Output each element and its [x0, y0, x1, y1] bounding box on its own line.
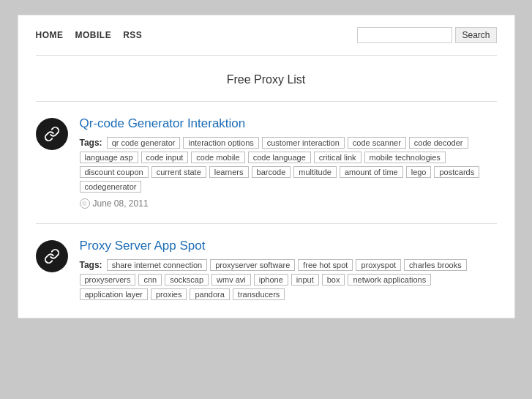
tag[interactable]: application layer [80, 288, 149, 300]
header: HOME MOBILE RSS Search [18, 15, 514, 55]
post-date-1: © June 08, 2011 [80, 198, 497, 209]
post-title-2[interactable]: Proxy Server App Spot [80, 239, 497, 253]
tag[interactable]: cnn [138, 274, 162, 286]
tag[interactable]: customer interaction [262, 137, 345, 149]
tag[interactable]: free hot spot [298, 259, 353, 271]
post-item-2: Proxy Server App Spot Tags: share intern… [36, 224, 497, 318]
tag[interactable]: share internet connection [107, 259, 208, 271]
tag[interactable]: code mobile [191, 152, 244, 163]
tags-line-1: Tags: qr code generator interaction opti… [80, 137, 497, 193]
nav-home[interactable]: HOME [36, 30, 64, 40]
tag[interactable]: box [322, 274, 345, 286]
tag[interactable]: qr code generator [107, 137, 181, 149]
post-body-1: Qr-code Generator Interaktion Tags: qr c… [80, 116, 497, 209]
post-body-2: Proxy Server App Spot Tags: share intern… [80, 239, 497, 303]
tag[interactable]: mobile technologies [364, 152, 446, 163]
tag[interactable]: network applications [348, 274, 431, 286]
search-input[interactable] [357, 27, 452, 43]
tag[interactable]: language asp [80, 152, 138, 163]
tag[interactable]: wmv avi [211, 274, 251, 286]
post-title-1[interactable]: Qr-code Generator Interaktion [80, 116, 497, 131]
tag[interactable]: codegenerator [80, 181, 142, 193]
tag[interactable]: code scanner [348, 137, 406, 149]
tag[interactable]: proxyspot [356, 259, 401, 271]
tag[interactable]: current state [151, 166, 206, 178]
tag[interactable]: pandora [190, 288, 229, 300]
tags-label-2: Tags: [80, 260, 102, 270]
content: Qr-code Generator Interaktion Tags: qr c… [18, 101, 514, 318]
tag[interactable]: proxies [151, 288, 187, 300]
tag[interactable]: multitude [293, 166, 337, 178]
tag[interactable]: postcards [434, 166, 479, 178]
date-icon-1: © [80, 198, 90, 209]
tag[interactable]: code input [141, 152, 189, 163]
tag[interactable]: input [291, 274, 319, 286]
site-title: Free Proxy List [18, 56, 514, 101]
search-button[interactable]: Search [455, 27, 496, 43]
tag[interactable]: code language [248, 152, 311, 163]
tag[interactable]: code decoder [409, 137, 468, 149]
search-form: Search [357, 27, 496, 43]
tag[interactable]: discount coupon [80, 166, 149, 178]
nav-rss[interactable]: RSS [123, 30, 142, 40]
tag[interactable]: charles brooks [404, 259, 467, 271]
tag[interactable]: proxyservers [80, 274, 136, 286]
tag[interactable]: learners [209, 166, 249, 178]
page-wrapper: HOME MOBILE RSS Search Free Proxy List Q… [18, 15, 515, 318]
tag[interactable]: barcode [252, 166, 291, 178]
tag[interactable]: proxyserver software [210, 259, 295, 271]
tag[interactable]: iphone [254, 274, 288, 286]
tags-label-1: Tags: [80, 138, 102, 148]
tag[interactable]: sockscap [165, 274, 209, 286]
tags-line-2: Tags: share internet connection proxyser… [80, 259, 497, 300]
nav: HOME MOBILE RSS [36, 30, 143, 40]
tag[interactable]: lego [406, 166, 432, 178]
post-item-1: Qr-code Generator Interaktion Tags: qr c… [36, 102, 497, 223]
tag[interactable]: amount of time [340, 166, 403, 178]
tag[interactable]: transducers [233, 288, 285, 300]
tag[interactable]: interaction options [183, 137, 258, 149]
tag[interactable]: critical link [314, 152, 361, 163]
post-icon-1 [36, 118, 68, 150]
nav-mobile[interactable]: MOBILE [75, 30, 112, 40]
post-icon-2 [36, 240, 68, 272]
post-date-text-1: June 08, 2011 [93, 198, 149, 209]
